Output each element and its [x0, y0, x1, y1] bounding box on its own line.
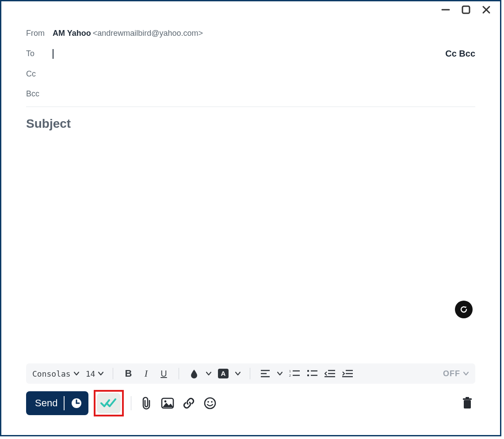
chevron-down-icon[interactable] — [206, 370, 212, 377]
drop-icon — [190, 369, 199, 378]
clock-icon — [71, 397, 82, 409]
from-account-email: <andrewmailbird@yahoo.com> — [93, 29, 203, 38]
svg-point-14 — [307, 370, 309, 372]
header-fields: From AM Yahoo <andrewmailbird@yahoo.com>… — [26, 23, 475, 131]
indent-button[interactable] — [341, 367, 354, 380]
highlight-color-button[interactable]: A — [217, 367, 229, 380]
to-input[interactable] — [53, 49, 53, 58]
tracking-indicator-toggle[interactable]: OFF — [443, 369, 469, 378]
italic-button[interactable]: I — [140, 367, 152, 380]
ordered-list-button[interactable]: 12 — [288, 367, 301, 380]
highlight-icon: A — [218, 368, 229, 379]
from-label: From — [26, 29, 53, 38]
outdent-icon — [325, 370, 335, 378]
cc-label: Cc — [26, 69, 53, 79]
chevron-down-icon — [73, 370, 80, 377]
svg-text:2: 2 — [289, 374, 291, 377]
svg-text:A: A — [221, 370, 226, 377]
svg-rect-32 — [464, 400, 471, 408]
svg-rect-1 — [462, 6, 470, 13]
svg-rect-33 — [463, 398, 472, 400]
ordered-list-icon: 12 — [289, 370, 300, 378]
message-body[interactable] — [26, 131, 475, 321]
grammarly-icon[interactable] — [455, 301, 473, 318]
align-button[interactable] — [259, 367, 271, 380]
separator — [64, 396, 65, 410]
bold-button[interactable]: B — [122, 367, 134, 380]
svg-point-29 — [205, 398, 215, 408]
bcc-label: Bcc — [26, 89, 53, 99]
chevron-down-icon — [98, 370, 104, 377]
compose-content: From AM Yahoo <andrewmailbird@yahoo.com>… — [26, 23, 475, 413]
insert-emoji-button[interactable] — [202, 395, 218, 411]
cc-row[interactable]: Cc — [26, 64, 475, 84]
separator — [131, 396, 131, 410]
font-family-value: Consolas — [32, 369, 71, 378]
from-account-name: AM Yahoo — [53, 29, 91, 38]
schedule-send-button[interactable] — [71, 397, 82, 409]
send-button[interactable]: Send — [35, 397, 57, 409]
svg-point-4 — [459, 305, 469, 314]
font-family-select[interactable]: Consolas — [32, 369, 80, 378]
minimize-button[interactable] — [440, 4, 451, 15]
text-cursor-icon — [53, 49, 53, 59]
svg-point-28 — [164, 401, 167, 403]
svg-point-30 — [208, 401, 210, 403]
action-bar: Send — [26, 391, 475, 416]
format-toolbar: Consolas 14 B I U A — [26, 363, 475, 384]
compose-window: From AM Yahoo <andrewmailbird@yahoo.com>… — [0, 0, 501, 436]
svg-rect-34 — [466, 397, 469, 398]
separator — [113, 368, 113, 379]
to-label: To — [26, 49, 53, 58]
header-divider — [26, 107, 475, 107]
font-size-value: 14 — [86, 369, 95, 378]
svg-point-15 — [307, 374, 309, 376]
send-button-group: Send — [26, 391, 88, 415]
align-left-icon — [260, 370, 270, 378]
to-row: To Cc Bcc — [26, 43, 475, 64]
bullet-list-icon — [307, 370, 317, 378]
unordered-list-button[interactable] — [306, 367, 318, 380]
attach-file-button[interactable] — [138, 395, 154, 411]
text-color-button[interactable] — [188, 367, 200, 380]
cc-bcc-toggle[interactable]: Cc Bcc — [445, 49, 475, 59]
paperclip-icon — [141, 397, 152, 410]
separator — [250, 368, 250, 379]
tracking-indicator-label: OFF — [443, 369, 460, 378]
insert-image-button[interactable] — [160, 395, 176, 411]
link-icon — [182, 397, 195, 410]
from-row[interactable]: From AM Yahoo <andrewmailbird@yahoo.com> — [26, 23, 475, 43]
smiley-icon — [204, 397, 216, 409]
discard-button[interactable] — [459, 395, 475, 411]
chevron-down-icon[interactable] — [235, 370, 241, 377]
subject-input[interactable]: Subject — [26, 117, 475, 131]
insert-link-button[interactable] — [181, 395, 197, 411]
font-size-select[interactable]: 14 — [86, 369, 104, 378]
trash-icon — [462, 397, 473, 410]
close-button[interactable] — [481, 4, 492, 15]
underline-button[interactable]: U — [157, 367, 170, 380]
image-icon — [161, 397, 174, 409]
svg-point-31 — [211, 401, 213, 403]
chevron-down-icon — [463, 370, 469, 377]
svg-text:1: 1 — [289, 370, 291, 373]
window-controls — [440, 4, 492, 15]
color-group: A — [188, 367, 241, 380]
email-tracking-highlight — [94, 390, 124, 416]
text-style-group: B I U — [122, 367, 170, 380]
outdent-button[interactable] — [324, 367, 336, 380]
double-check-icon — [100, 397, 117, 409]
bcc-row[interactable]: Bcc — [26, 84, 475, 104]
chevron-down-icon[interactable] — [277, 370, 283, 377]
email-tracking-button[interactable] — [97, 393, 121, 413]
maximize-button[interactable] — [460, 4, 472, 15]
indent-icon — [342, 370, 353, 378]
paragraph-group: 12 — [259, 367, 354, 380]
separator — [179, 368, 179, 379]
